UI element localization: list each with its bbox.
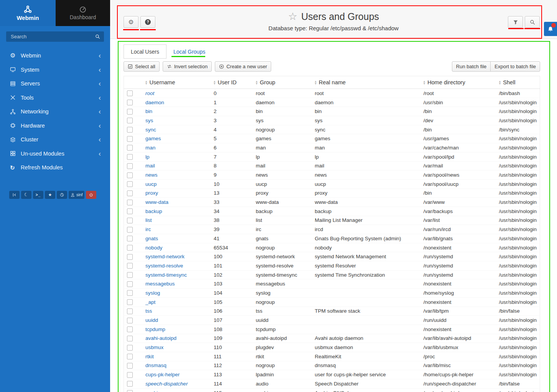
row-checkbox[interactable] (127, 118, 133, 123)
username-link[interactable]: cups-pk-helper (145, 372, 180, 377)
username-link[interactable]: speech-dispatcher (145, 381, 188, 387)
username-link[interactable]: messagebus (145, 281, 175, 287)
username-link[interactable]: backup (145, 208, 162, 214)
username-link[interactable]: tss (145, 308, 152, 314)
row-checkbox[interactable] (127, 281, 133, 287)
row-checkbox[interactable] (127, 200, 133, 205)
username-link[interactable]: irc (145, 226, 151, 232)
sidebar-item-tools[interactable]: Tools‹ (0, 91, 110, 105)
row-checkbox[interactable] (127, 145, 133, 151)
username-link[interactable]: rtkit (145, 354, 154, 359)
username-link[interactable]: uuidd (145, 317, 158, 323)
run-batch-file-button[interactable]: Run batch file (452, 61, 491, 72)
sidebar-item-networking[interactable]: Networking‹ (0, 105, 110, 119)
usage-button[interactable] (57, 191, 67, 199)
row-checkbox[interactable] (127, 372, 133, 378)
username-link[interactable]: news (145, 172, 158, 178)
sidebar-item-system[interactable]: System‹ (0, 63, 110, 77)
sidebar-item-hardware[interactable]: Hardware‹ (0, 119, 110, 133)
row-checkbox[interactable] (127, 109, 133, 115)
star-outline-icon[interactable]: ☆ (288, 11, 297, 22)
sidebar-item-un-used-modules[interactable]: Un-used Modules‹ (0, 147, 110, 161)
column-header-group[interactable]: ▴▾Group (253, 76, 312, 89)
row-checkbox[interactable] (127, 208, 133, 214)
row-checkbox[interactable] (127, 308, 133, 314)
row-checkbox[interactable] (127, 336, 133, 341)
sidebar-item-cluster[interactable]: Cluster‹ (0, 133, 110, 147)
row-checkbox[interactable] (127, 381, 133, 387)
row-checkbox[interactable] (127, 326, 133, 332)
row-checkbox[interactable] (127, 263, 133, 269)
user-button[interactable]: sinf (69, 191, 84, 199)
row-checkbox[interactable] (127, 218, 133, 223)
export-to-batch-file-button[interactable]: Export to batch file (490, 61, 540, 72)
column-header-shell[interactable]: ▴▾Shell (496, 76, 540, 89)
collapse-sidebar-button[interactable] (9, 191, 20, 199)
username-link[interactable]: daemon (145, 100, 164, 105)
username-link[interactable]: lp (145, 154, 150, 160)
favorites-button[interactable]: ★ (45, 191, 55, 199)
row-checkbox[interactable] (127, 227, 133, 233)
username-link[interactable]: mail (145, 163, 155, 169)
row-checkbox[interactable] (127, 318, 133, 323)
sidebar-item-webmin[interactable]: ⚙Webmin‹ (0, 49, 110, 63)
row-checkbox[interactable] (127, 154, 133, 160)
username-link[interactable]: proxy (145, 190, 158, 196)
row-checkbox[interactable] (127, 136, 133, 142)
username-link[interactable]: tcpdump (145, 326, 165, 332)
night-mode-button[interactable]: ☾ (21, 191, 31, 199)
username-link[interactable]: list (145, 217, 152, 223)
sidebar-item-refresh-modules[interactable]: ↻Refresh Modules (0, 161, 110, 175)
webmin-tab[interactable]: Webmin (0, 0, 56, 26)
sidebar-item-servers[interactable]: Servers‹ (0, 77, 110, 91)
create-a-new-user-button[interactable]: Create a new user (215, 61, 271, 72)
username-link[interactable]: avahi (145, 390, 158, 392)
row-checkbox[interactable] (127, 163, 133, 169)
notification-button[interactable] (544, 22, 557, 36)
row-checkbox[interactable] (127, 190, 133, 196)
username-link[interactable]: nobody (145, 245, 162, 251)
column-header-username[interactable]: ▴▾Username (142, 76, 211, 89)
username-link[interactable]: avahi-autoipd (145, 335, 176, 341)
row-checkbox[interactable] (127, 299, 133, 305)
username-link[interactable]: man (145, 145, 155, 151)
username-link[interactable]: games (145, 136, 161, 141)
search-input[interactable] (10, 33, 95, 40)
module-config-button[interactable]: ⚙ (124, 16, 138, 28)
column-header-user-id[interactable]: ▴▾User ID (211, 76, 253, 89)
username-link[interactable]: bin (145, 108, 152, 114)
username-link[interactable]: syslog (145, 290, 160, 296)
username-link[interactable]: systemd-resolve (145, 263, 183, 269)
tab-local-users[interactable]: Local Users (124, 44, 166, 59)
row-checkbox[interactable] (127, 245, 133, 251)
row-checkbox[interactable] (127, 90, 133, 96)
row-checkbox[interactable] (127, 181, 133, 187)
row-checkbox[interactable] (127, 272, 133, 278)
dashboard-tab[interactable]: Dashboard (56, 0, 110, 26)
terminal-button[interactable]: >_ (33, 191, 43, 199)
row-checkbox[interactable] (127, 172, 133, 178)
invert-selection-button[interactable]: Invert selection (163, 61, 212, 72)
username-link[interactable]: root (145, 90, 154, 96)
username-link[interactable]: usbmux (145, 344, 163, 350)
row-checkbox[interactable] (127, 100, 133, 105)
row-checkbox[interactable] (127, 390, 133, 392)
filter-button[interactable] (508, 16, 523, 28)
username-link[interactable]: gnats (145, 236, 158, 241)
search-button[interactable] (525, 16, 540, 28)
username-link[interactable]: _apt (145, 299, 155, 305)
column-header-home-directory[interactable]: ▴▾Home directory (420, 76, 496, 89)
select-all-button[interactable]: Select all (124, 61, 160, 72)
column-header-real-name[interactable]: ▴▾Real name (311, 76, 420, 89)
username-link[interactable]: dnsmasq (145, 362, 166, 368)
username-link[interactable]: uucp (145, 181, 157, 187)
tab-local-groups[interactable]: Local Groups (173, 49, 205, 55)
row-checkbox[interactable] (127, 127, 133, 133)
username-link[interactable]: systemd-timesync (145, 272, 187, 278)
row-checkbox[interactable] (127, 354, 133, 359)
help-button[interactable]: ? (140, 16, 155, 28)
row-checkbox[interactable] (127, 254, 133, 260)
row-checkbox[interactable] (127, 345, 133, 351)
row-checkbox[interactable] (127, 363, 133, 369)
row-checkbox[interactable] (127, 290, 133, 296)
